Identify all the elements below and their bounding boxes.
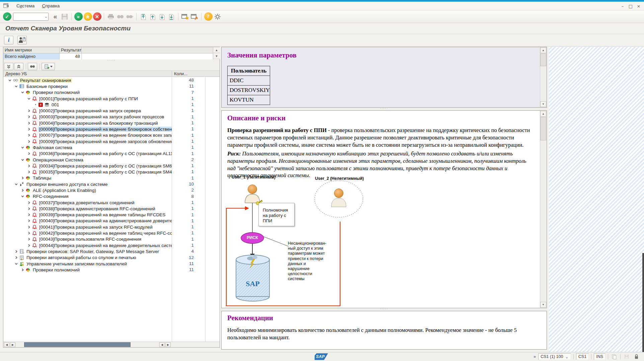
hscroll-thumb[interactable] — [24, 342, 131, 347]
panel-splitter[interactable]: ····· — [221, 308, 547, 311]
tree-item[interactable]: RFC-соединения8 — [3, 194, 220, 200]
tree-item[interactable]: [00039]Проверка разрешений на ведение та… — [3, 212, 220, 218]
collapse-command-icon[interactable]: « — [51, 12, 60, 22]
tree-item[interactable]: [00041]Проверка разрешений на запуск RFC… — [3, 224, 220, 230]
chevron-down-icon[interactable] — [14, 262, 19, 266]
user-report-button[interactable] — [17, 36, 27, 44]
chevron-right-icon[interactable] — [27, 170, 32, 174]
parameters-scrollbar[interactable]: ▲ ▼ — [540, 47, 546, 107]
info-button[interactable]: i — [4, 36, 13, 44]
find-next-button[interactable] — [125, 12, 134, 22]
scroll-left-icon[interactable]: ◀ — [4, 342, 9, 347]
tree-find-button[interactable] — [28, 63, 37, 70]
chevron-down-icon[interactable] — [21, 145, 26, 149]
chevron-right-icon[interactable] — [14, 256, 19, 260]
help-button[interactable]: ? — [204, 12, 213, 22]
scroll-down-icon[interactable]: ▼ — [540, 302, 546, 308]
chevron-right-icon[interactable] — [21, 268, 26, 272]
tree-item[interactable]: ALE (Application Link Enabling)2 — [3, 187, 220, 193]
chevron-right-icon[interactable] — [27, 127, 32, 131]
chevron-down-icon[interactable] — [21, 91, 26, 95]
chevron-right-icon[interactable] — [27, 152, 32, 156]
chevron-right-icon[interactable] — [27, 164, 32, 168]
tree-item[interactable]: [00044]Проверка разрешений на ведение до… — [3, 242, 220, 248]
chevron-down-icon[interactable] — [14, 182, 19, 186]
tree-item[interactable]: [00042]Проверка разрешений на ведение та… — [3, 230, 220, 236]
scroll-up-icon[interactable]: ▲ — [213, 47, 220, 53]
chevron-down-icon[interactable] — [14, 84, 19, 88]
create-shortcut-button[interactable] — [190, 12, 199, 22]
chevron-right-icon[interactable] — [27, 225, 32, 229]
chevron-right-icon[interactable] — [27, 121, 32, 125]
tree-col-count[interactable]: Коли... — [174, 71, 187, 76]
tree-item[interactable]: Проверки внешнего доступа к системе10 — [3, 181, 220, 187]
scroll-right-icon[interactable]: ▶ — [10, 342, 15, 347]
pane-splitter[interactable]: ····· — [3, 59, 220, 62]
tree-item[interactable]: [00035]Проверка разрешений на работу с О… — [3, 169, 220, 175]
find-button[interactable] — [116, 12, 125, 22]
tree-item[interactable]: ·0011 — [3, 102, 220, 108]
chevron-right-icon[interactable] — [27, 207, 32, 211]
status-disk-icon[interactable] — [623, 354, 630, 359]
next-page-button[interactable] — [158, 12, 166, 22]
exit-button[interactable] — [83, 12, 92, 22]
tree-item[interactable]: [00009]Проверка разрешений на ведение за… — [3, 138, 220, 144]
system-menu-icon[interactable] — [3, 3, 9, 8]
metric-value-cell[interactable]: 48 — [60, 53, 82, 60]
menu-item[interactable]: Справка — [38, 2, 63, 9]
tree-item[interactable]: [00007]Проверка разрешений на ведение бл… — [3, 132, 220, 138]
scroll-left-icon[interactable]: ◀ — [159, 342, 165, 347]
metrics-col-result[interactable]: Результат — [60, 47, 82, 53]
chevron-right-icon[interactable] — [14, 249, 19, 253]
chevron-down-icon[interactable] — [21, 195, 26, 199]
chevron-down-icon[interactable] — [8, 78, 13, 82]
chevron-down-icon[interactable] — [21, 158, 26, 162]
description-scrollbar[interactable]: ▲ ▼ — [540, 111, 546, 308]
tree-item[interactable]: Файловая система1 — [3, 144, 220, 150]
menu-item[interactable]: Система — [13, 2, 38, 9]
tree-item[interactable]: Таблицы1 — [3, 175, 220, 181]
tree-item[interactable]: Проверки сервисов: SAP Router, Gateway, … — [3, 248, 220, 254]
tree-item[interactable]: [00006]Проверка разрешений на ведение бл… — [3, 126, 220, 132]
last-page-button[interactable] — [167, 12, 176, 22]
tree-item[interactable]: [00037]Проверка доверительных соединений… — [3, 200, 220, 206]
scroll-up-icon[interactable]: ▲ — [540, 111, 546, 117]
metrics-scrollbar[interactable]: ▲ ▼ — [213, 47, 220, 59]
command-field[interactable]: ⌄ — [13, 13, 49, 21]
metrics-col-name[interactable]: Имя метрики — [3, 47, 60, 53]
chevron-down-icon[interactable] — [27, 97, 32, 101]
tree-item[interactable]: [00004]Проверка разрешений на блокировку… — [3, 120, 220, 126]
chevron-right-icon[interactable] — [27, 139, 32, 143]
scroll-down-icon[interactable]: ▼ — [540, 101, 546, 107]
chevron-right-icon[interactable] — [27, 133, 32, 137]
chevron-right-icon[interactable] — [27, 201, 32, 205]
customize-layout-button[interactable] — [213, 12, 222, 22]
tree-hscrollbar[interactable]: ◀ ▶ ◀ ▶ — [3, 342, 220, 347]
chevron-right-icon[interactable] — [27, 109, 32, 113]
tree-col-label[interactable]: Дерево УБ — [5, 71, 27, 76]
previous-page-button[interactable] — [148, 12, 157, 22]
tree-item[interactable]: [00043]Проверка пользователя RFC-соедине… — [3, 236, 220, 242]
vscroll-thumb[interactable] — [540, 53, 546, 66]
tree-item[interactable]: Результат сканирования48 — [3, 77, 220, 83]
metric-name-cell[interactable]: Всего найдено уязвимостей — [3, 53, 60, 60]
chevron-right-icon[interactable] — [27, 237, 32, 241]
minimize-button[interactable]: – — [619, 4, 626, 9]
tree-item[interactable]: Проверки полномочий7 — [3, 90, 220, 96]
status-doc-icon[interactable] — [611, 354, 618, 359]
tree-item[interactable]: Проверки полномочий11 — [3, 267, 220, 273]
chevron-right-icon[interactable] — [21, 176, 26, 180]
scroll-down-icon[interactable]: ▼ — [213, 53, 220, 59]
chevron-right-icon[interactable] — [27, 213, 32, 217]
tree-item[interactable]: [00038]Проверка администрирования RFC-со… — [3, 206, 220, 212]
tree-item[interactable]: [00001]Проверка разрешений на работу с П… — [3, 96, 220, 102]
tree-item[interactable]: Проверки авторизаций работы со спулом и … — [3, 255, 220, 261]
tree-item[interactable]: [00003]Проверка разрешений на запуск раб… — [3, 114, 220, 120]
chevron-right-icon[interactable] — [27, 231, 32, 235]
first-page-button[interactable] — [139, 12, 148, 22]
chevron-right-icon[interactable] — [27, 243, 32, 247]
maximize-button[interactable]: □ — [627, 4, 634, 9]
cancel-button[interactable]: ✕ — [93, 12, 101, 22]
save-button[interactable] — [60, 12, 69, 22]
scroll-up-icon[interactable]: ▲ — [540, 47, 546, 53]
